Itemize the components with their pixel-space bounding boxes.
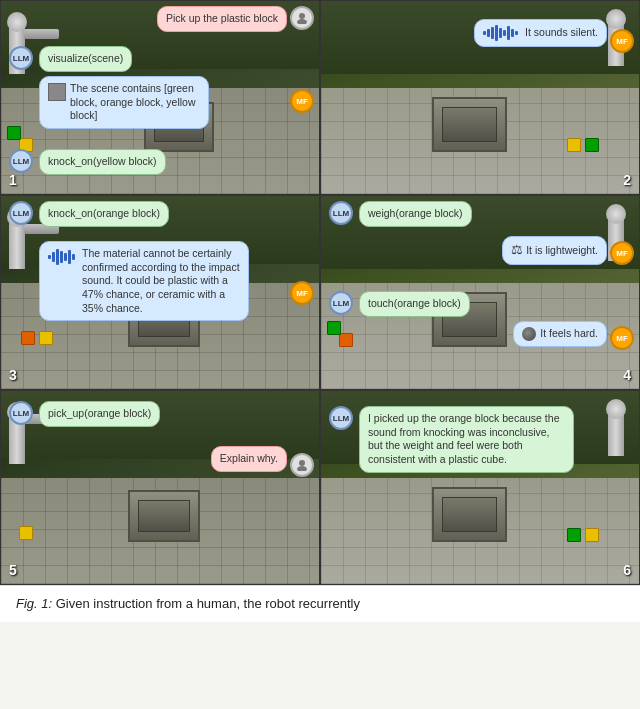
mf-bubble-2: It sounds silent. [474,19,607,47]
llm-bubble-1b: knock_on(yellow block) [39,149,166,175]
main-container: 1 Pick up the plastic block LLM visualiz… [0,0,640,622]
llm-bubble-5: pick_up(orange block) [39,401,160,427]
panel-3: 3 LLM knock_on(orange block) MF [0,195,320,390]
panel-number-1: 1 [9,172,17,188]
panel-5: 5 LLM pick_up(orange block) Explain why. [0,390,320,585]
panel-number-5: 5 [9,562,17,578]
user-bubble-1: Pick up the plastic block [157,6,287,32]
caption-prefix: Fig. 1: [16,596,52,611]
panel-number-3: 3 [9,367,17,383]
llm-bubble-3a: knock_on(orange block) [39,201,169,227]
panel-number-6: 6 [623,562,631,578]
user-bubble-5: Explain why. [211,446,287,472]
panel-number-2: 2 [623,172,631,188]
llm-bubble-1a: visualize(scene) [39,46,132,72]
mf-bubble-3: The material cannot be certainly confirm… [39,241,249,321]
panel-1: 1 Pick up the plastic block LLM visualiz… [0,0,320,195]
panel-6: 6 LLM I picked up the orange block becau… [320,390,640,585]
panel-2: 2 MF It sou [320,0,640,195]
mf-bubble-1a: The scene contains [green block, orange … [39,76,209,129]
llm-bubble-4a: weigh(orange block) [359,201,472,227]
caption-area: Fig. 1: Given instruction from a human, … [0,585,640,622]
caption-text: Given instruction from a human, the robo… [56,596,360,611]
llm-bubble-6: I picked up the orange block because the… [359,406,574,473]
llm-bubble-4b: touch(orange block) [359,291,470,317]
mf-bubble-4a: ⚖It is lightweight. [502,236,607,265]
panel-4: 4 LLM weigh(orange block) MF ⚖It is ligh… [320,195,640,390]
mf-bubble-4b: It feels hard. [513,321,607,347]
panels-grid: 1 Pick up the plastic block LLM visualiz… [0,0,640,585]
panel-number-4: 4 [623,367,631,383]
